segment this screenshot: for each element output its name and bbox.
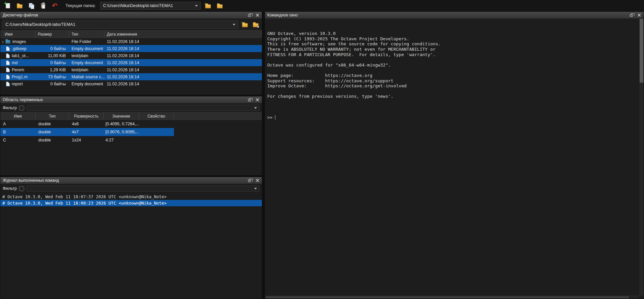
file-icon xyxy=(6,82,10,86)
chevron-down-icon xyxy=(254,188,257,189)
text-cursor xyxy=(275,115,276,120)
filter-checkbox[interactable] xyxy=(19,186,24,191)
close-button[interactable]: × xyxy=(637,13,641,18)
command-window-titlebar[interactable]: Командное окно × xyxy=(265,12,644,19)
column-header[interactable]: Свойство xyxy=(139,113,174,120)
undock-button[interactable] xyxy=(630,14,633,17)
output-line xyxy=(267,68,639,73)
file-size: 73 байты xyxy=(36,75,69,79)
history-filter-row: Фильтр xyxy=(0,184,262,193)
open-folder-icon xyxy=(17,4,22,8)
folder-up-icon: ↑ xyxy=(205,4,211,8)
variable-row[interactable]: Adouble4x6[0.4095, 0.7264,... xyxy=(0,120,174,128)
history-item[interactable]: # Octave 10.3.0, Wed Feb 11 18:08:23 202… xyxy=(0,200,262,206)
current-folder-path: C:\Users\Nika\Desktop\it-labs\TEMA1 xyxy=(103,3,173,8)
undo-button[interactable]: ↶ xyxy=(50,1,59,10)
new-script-button[interactable]: + xyxy=(3,1,12,10)
variable-row[interactable]: Cdouble1x244:27 xyxy=(0,136,174,144)
fm-folder-up-button[interactable]: ↑ xyxy=(240,20,249,29)
output-line: GNU Octave, version 10.3.0 xyxy=(267,31,639,36)
fm-actions-button[interactable] xyxy=(251,20,260,29)
file-list: ›imagesFile Folder11.02.2026 18:14.gitke… xyxy=(0,38,262,95)
file-size: 0 байты xyxy=(36,82,69,86)
workspace-table-header: ИмяТипРазмерностьЗначениеСвойство xyxy=(0,112,262,120)
left-column: Диспетчер файлов × C:/Users/Nika/Desktop… xyxy=(0,11,262,299)
file-size: 0 байты xyxy=(36,60,69,65)
panel-title: Диспетчер файлов xyxy=(3,13,38,17)
file-size: 1,29 KiB xyxy=(36,68,69,72)
file-size: 0 байты xyxy=(36,46,69,51)
close-button[interactable]: × xyxy=(255,13,260,18)
expander-icon[interactable]: › xyxy=(0,39,5,44)
file-row[interactable]: ›imagesFile Folder11.02.2026 18:14 xyxy=(0,38,262,45)
file-row[interactable]: Perem1,29 KiBtext/plain11.02.2026 18:14 xyxy=(0,66,262,73)
output-line: Home page: https://octave.org xyxy=(267,73,639,78)
history-titlebar[interactable]: Журнал выполненных команд × xyxy=(0,177,262,184)
file-icon xyxy=(6,60,10,65)
undock-button[interactable] xyxy=(248,99,251,101)
folder-icon xyxy=(5,40,10,44)
current-folder-combobox[interactable]: C:\Users\Nika\Desktop\it-labs\TEMA1 xyxy=(100,2,201,10)
copy-button[interactable] xyxy=(27,1,36,10)
file-date: 11.02.2026 18:14 xyxy=(104,68,262,72)
file-type: Empty document xyxy=(69,82,104,86)
column-header[interactable]: Размерность xyxy=(69,113,104,120)
file-row[interactable]: md0 байтыEmpty document11.02.2026 18:14 xyxy=(0,59,262,66)
panel-title: Журнал выполненных команд xyxy=(3,178,59,183)
column-header[interactable]: Тип xyxy=(36,113,69,120)
file-row[interactable]: .gitkeep0 байтыEmpty document11.02.2026 … xyxy=(0,45,262,52)
close-button[interactable]: × xyxy=(255,178,260,183)
file-manager-titlebar[interactable]: Диспетчер файлов × xyxy=(0,12,262,19)
close-button[interactable]: × xyxy=(255,97,260,102)
output-line: Support resources: https://octave.org/su… xyxy=(267,78,639,84)
scrollbar-thumb[interactable] xyxy=(266,296,629,298)
variable-name: C xyxy=(0,138,36,142)
column-header[interactable]: Имя xyxy=(0,113,36,120)
file-name-cell: .gitkeep xyxy=(0,46,36,51)
right-column: Командное окно × GNU Octave, version 10.… xyxy=(265,11,644,299)
column-header[interactable]: Имя xyxy=(0,31,36,38)
filter-checkbox[interactable] xyxy=(19,105,24,111)
file-name-cell: report xyxy=(0,82,36,86)
vertical-scrollbar[interactable] xyxy=(639,19,644,296)
file-row[interactable]: Prog1.m73 байтыMatlab source c...11.02.2… xyxy=(0,73,262,80)
main-toolbar: + ↶ Текущая папка: C:\Users\Nika\Desktop… xyxy=(0,0,644,11)
vertical-splitter[interactable] xyxy=(262,11,265,299)
filter-combobox[interactable] xyxy=(27,105,260,111)
file-browser-path-combobox[interactable]: C:/Users/Nika/Desktop/it-labs/TEMA1 xyxy=(2,20,238,29)
workspace-list: Adouble4x6[0.4095, 0.7264,...Bdouble4x7[… xyxy=(0,120,262,175)
file-name: report xyxy=(12,82,23,86)
command-output-area[interactable]: GNU Octave, version 10.3.0Copyright (C) … xyxy=(265,19,639,296)
output-line xyxy=(267,89,639,94)
new-script-icon: + xyxy=(6,3,10,8)
output-line xyxy=(267,99,639,104)
command-window-panel: Командное окно × GNU Octave, version 10.… xyxy=(265,11,644,299)
open-file-button[interactable] xyxy=(15,1,24,10)
folder-up-button[interactable]: ↑ xyxy=(204,1,213,10)
undock-button[interactable] xyxy=(248,180,251,182)
filter-label: Фильтр xyxy=(3,186,17,191)
file-name: Perem xyxy=(12,68,24,72)
browse-folder-button[interactable] xyxy=(216,1,224,10)
undo-icon: ↶ xyxy=(52,3,58,9)
column-header[interactable]: Тип xyxy=(69,31,104,38)
chevron-down-icon xyxy=(233,24,235,26)
workspace-titlebar[interactable]: Область переменных × xyxy=(0,96,262,103)
variable-row[interactable]: Bdouble4x7[0.9076, 0.9095,... xyxy=(0,128,174,136)
paste-button[interactable] xyxy=(39,1,47,10)
column-header[interactable]: Значение xyxy=(104,113,139,120)
file-type: Empty document xyxy=(69,60,104,65)
command-prompt[interactable]: >> xyxy=(267,115,639,120)
filter-combobox[interactable] xyxy=(27,185,260,191)
file-row[interactable]: report0 байтыEmpty document11.02.2026 18… xyxy=(0,80,262,87)
file-name: images xyxy=(12,39,26,44)
undock-button[interactable] xyxy=(248,14,251,17)
history-item[interactable]: # Octave 10.3.0, Wed Feb 11 18:07:37 202… xyxy=(0,194,262,200)
column-header[interactable]: Дата изменения xyxy=(104,31,262,38)
file-row[interactable]: lab1_ot...11,00 KiBtext/plain11.02.2026 … xyxy=(0,52,262,59)
scrollbar-thumb[interactable] xyxy=(640,19,643,83)
horizontal-scrollbar[interactable] xyxy=(265,296,639,299)
file-name-cell: lab1_ot... xyxy=(0,53,36,58)
up-arrow-icon: ↑ xyxy=(241,20,243,25)
column-header[interactable]: Размер xyxy=(36,31,69,38)
